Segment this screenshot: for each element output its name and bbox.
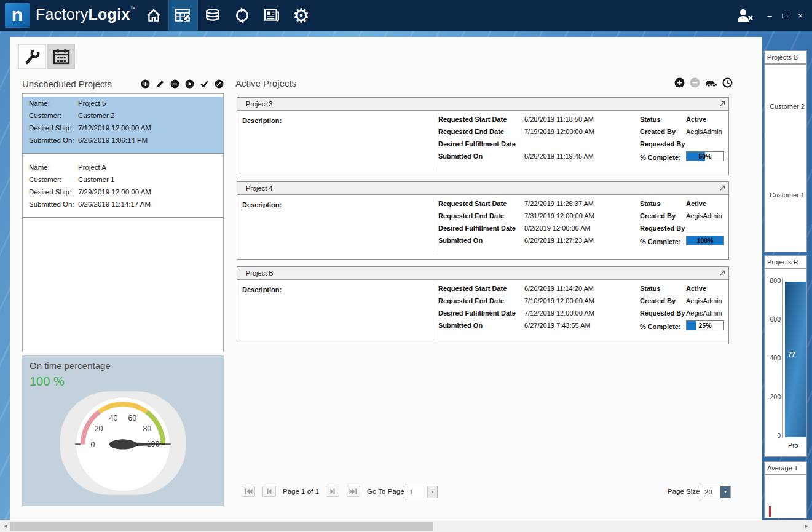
desired-fulfillment-label: Desired Fulfillment Date <box>438 309 516 317</box>
project-card-header: Project 4 <box>237 182 728 195</box>
dropdown-icon[interactable]: ▼ <box>720 486 730 498</box>
previous-page-button[interactable] <box>262 486 276 497</box>
app-title-logix: Logix <box>88 6 130 23</box>
scheduling-icon <box>175 7 192 23</box>
cancel-icon[interactable] <box>215 79 224 89</box>
spinner-icon[interactable]: ▼ <box>427 486 437 498</box>
scroll-right-arrow[interactable]: ► <box>802 520 812 532</box>
page-size-value: 20 <box>704 486 712 498</box>
accept-check-icon[interactable] <box>200 79 209 89</box>
status-label: Status <box>640 200 661 207</box>
tab-setup[interactable] <box>18 44 46 69</box>
requested-start-label: Requested Start Date <box>438 200 507 207</box>
unscheduled-project-row[interactable]: Name:Project 5 Customer:Customer 2 Desir… <box>23 97 223 154</box>
requested-end-label: Requested End Date <box>438 297 504 304</box>
schedule-arrow-icon[interactable] <box>185 79 194 89</box>
next-page-icon <box>328 486 337 496</box>
panel-title: Projects R <box>767 258 798 266</box>
nav-production-button[interactable] <box>227 0 257 31</box>
desired-ship-label: Desired Ship: <box>29 188 78 196</box>
requested-by-label: Requested By <box>640 309 685 317</box>
project-card-title: Project 3 <box>246 100 272 108</box>
percent-complete-bar: 50% <box>686 151 724 161</box>
gauge-hub <box>109 439 136 449</box>
x-axis-label: Pro <box>788 442 798 449</box>
car-icon[interactable] <box>705 78 717 87</box>
expand-icon[interactable] <box>719 185 726 192</box>
maximize-button[interactable]: □ <box>781 12 789 20</box>
home-icon <box>146 8 162 23</box>
project-card[interactable]: Project 4 Description: Requested Start D… <box>237 181 729 260</box>
page-indicator: Page 1 of 1 <box>283 488 319 495</box>
on-time-gauge: 0 20 40 60 80 100 <box>49 390 197 496</box>
nav-home-button[interactable] <box>139 0 168 31</box>
requested-by-label: Requested By <box>640 140 685 148</box>
first-page-button[interactable] <box>242 486 255 497</box>
nav-documents-button[interactable] <box>257 0 286 31</box>
desired-ship-value: 7/29/2019 12:00:00 AM <box>78 188 151 196</box>
nav-settings-button[interactable]: ⚙ <box>286 0 316 31</box>
nav-scheduling-button[interactable] <box>168 0 198 31</box>
goto-page-field[interactable]: ▼ <box>406 486 438 498</box>
requested-start-label: Requested Start Date <box>438 116 507 123</box>
expand-icon[interactable] <box>719 100 726 108</box>
column-divider <box>433 114 433 171</box>
column-divider <box>433 199 433 255</box>
requested-by-value: AegisAdmin <box>686 309 722 317</box>
y-axis-line <box>782 278 783 438</box>
tab-scheduling[interactable] <box>47 44 75 69</box>
previous-page-icon <box>264 486 274 496</box>
app-logo: n <box>5 3 30 28</box>
close-button[interactable]: × <box>796 12 805 20</box>
next-page-button[interactable] <box>326 486 339 497</box>
project-card[interactable]: Project 3 Description: Requested Start D… <box>237 97 729 175</box>
wrench-icon <box>24 49 41 65</box>
percent-complete-label: % Complete: <box>640 323 681 330</box>
submitted-on-label: Submitted On: <box>29 200 78 208</box>
desired-ship-value: 7/12/2019 12:00:00 AM <box>78 124 151 132</box>
customer-value: Customer 2 <box>78 112 114 119</box>
scroll-left-arrow[interactable]: ◄ <box>0 520 10 532</box>
pagination-bar: Page 1 of 1 Go To Page ▼ Page Size 20 ▼ <box>10 486 762 499</box>
submitted-on-value: 6/26/2019 11:19:45 AM <box>524 153 594 160</box>
goto-page-input[interactable] <box>406 486 427 498</box>
logout-user-button[interactable] <box>735 7 754 23</box>
unscheduled-projects-title: Unscheduled Projects <box>22 79 112 89</box>
project-card-body: Description: Requested Start Date 6/28/2… <box>237 111 728 175</box>
remove-icon[interactable] <box>690 77 700 88</box>
panel-title: Average T <box>767 464 798 472</box>
y-tick: 800 <box>765 277 781 284</box>
main-content: Unscheduled Projects Name:Project 5 Cust… <box>10 37 762 520</box>
last-page-button[interactable] <box>347 486 360 497</box>
page-size-select[interactable]: 20 ▼ <box>701 486 731 498</box>
project-card[interactable]: Project B Description: Requested Start D… <box>237 266 729 344</box>
y-tick: 0 <box>765 432 781 439</box>
nav-materials-button[interactable] <box>198 0 227 31</box>
requested-end-label: Requested End Date <box>438 212 504 220</box>
scrollbar-thumb[interactable] <box>10 522 433 531</box>
page-size-label: Page Size <box>668 488 700 495</box>
submitted-on-label: Submitted On <box>438 322 483 329</box>
customer-label: Customer: <box>29 112 78 119</box>
expand-icon[interactable] <box>719 269 726 277</box>
customer-label: Customer: <box>29 176 78 183</box>
gauge-tick-20: 20 <box>95 424 103 433</box>
minimize-button[interactable]: – <box>765 12 774 20</box>
y-tick: 200 <box>765 393 781 400</box>
percent-complete-value: 100% <box>687 236 723 245</box>
history-clock-icon[interactable] <box>722 77 733 88</box>
add-icon[interactable] <box>141 79 150 89</box>
customer-value: Customer 1 <box>78 176 114 183</box>
percent-complete-label: % Complete: <box>640 238 681 245</box>
on-time-panel: On time percentage 100 % 0 20 40 60 80 1… <box>22 355 224 506</box>
project-field-row: Name:Project 5 <box>29 100 223 112</box>
remove-icon[interactable] <box>170 79 179 89</box>
edit-pencil-icon[interactable] <box>156 79 165 89</box>
calendar-icon <box>53 49 70 65</box>
project-field-row: Customer:Customer 1 <box>29 176 223 188</box>
add-icon[interactable] <box>674 77 685 88</box>
project-card-title: Project 4 <box>246 185 272 192</box>
status-value: Active <box>686 116 706 123</box>
unscheduled-project-row[interactable]: Name:Project A Customer:Customer 1 Desir… <box>23 161 223 218</box>
submitted-on-label: Submitted On: <box>29 137 78 144</box>
